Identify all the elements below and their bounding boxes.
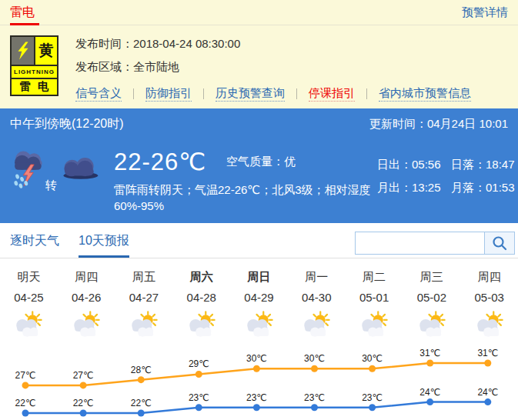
day-name: 周六 <box>172 270 230 284</box>
chart-point-label: 23℃ <box>189 392 209 403</box>
tab-lightning-alert[interactable]: 雷电 <box>10 5 35 21</box>
search-box <box>355 232 515 255</box>
chart-point-label: 31℃ <box>477 348 498 358</box>
partly-cloudy-icon <box>473 311 506 338</box>
chart-point-label: 23℃ <box>304 392 325 403</box>
day-name: 周二 <box>346 270 403 284</box>
chart-point <box>311 404 318 411</box>
partly-cloudy-icon <box>12 311 45 338</box>
forecast-day-column[interactable]: 周一 04-30 <box>288 270 346 342</box>
day-date: 04-30 <box>288 291 346 304</box>
chart-point <box>196 404 202 411</box>
chart-point <box>369 404 376 411</box>
partly-cloudy-icon <box>185 311 218 338</box>
chart-point <box>80 410 87 417</box>
update-time: 更新时间：04月24日 10:01 <box>369 117 508 132</box>
day-date: 04-28 <box>172 291 230 304</box>
search-input[interactable] <box>355 232 485 255</box>
alert-links: 信号含义防御指引历史预警查询停课指引省内城市预警信息 <box>75 86 471 102</box>
temperature-block: 22-26℃ 空气质量：优 雷阵雨转阴天；气温22-26℃；北风3级；相对湿度6… <box>114 148 377 214</box>
moonset-time: 月落：01:53 <box>451 181 515 195</box>
alert-link-2[interactable]: 历史预警查询 <box>216 86 285 102</box>
chart-point <box>196 371 202 378</box>
sunset-label: 日落： <box>451 158 486 171</box>
moonrise-value: 13:25 <box>412 181 441 194</box>
alert-link-0[interactable]: 信号含义 <box>75 86 122 102</box>
day-name: 周五 <box>115 270 173 284</box>
chart-point-label: 29℃ <box>189 358 209 369</box>
link-separator <box>133 88 134 99</box>
air-quality-label: 空气质量： <box>226 155 284 168</box>
link-separator <box>203 88 204 99</box>
publish-time-value: 2018-04-24 08:30:00 <box>133 37 240 50</box>
link-separator <box>296 88 297 99</box>
sunrise-time: 日出：05:56 <box>377 158 451 172</box>
alert-link-4[interactable]: 省内城市预警信息 <box>379 86 471 102</box>
chart-point-label: 24℃ <box>419 387 440 398</box>
forecast-tabbar: 逐时天气 10天预报 <box>0 223 518 258</box>
chart-point <box>138 410 145 417</box>
day-date: 04-26 <box>58 291 115 304</box>
forecast-day-column[interactable]: 周四 04-26 <box>58 270 115 342</box>
search-button[interactable] <box>485 232 515 255</box>
forecast-day-column[interactable]: 明天 04-25 <box>0 270 58 342</box>
forecast-section: 逐时天气 10天预报 明天 04-25 周四 04-26 周五 04-27 周六… <box>0 223 518 420</box>
forecast-day-column[interactable]: 周六 04-28 <box>172 270 230 342</box>
link-separator <box>366 88 367 99</box>
day-date: 04-29 <box>230 291 288 304</box>
air-quality: 空气质量：优 <box>226 155 296 169</box>
partly-cloudy-icon <box>128 311 160 338</box>
day-date: 05-01 <box>346 291 403 304</box>
sun-moon-times: 日出：05:56 日落：18:47 月出：13:25 月落：01:53 <box>377 148 516 214</box>
forecast-day-column[interactable]: 周二 05-01 <box>346 270 403 342</box>
lightning-alert-section: 雷电 预警详情 黄 LIGHTNING 雷电 发布时间：2018-04-24 0… <box>0 0 518 108</box>
chart-point-label: 22℃ <box>73 398 94 408</box>
forecast-day-column[interactable]: 周五 04-27 <box>115 270 173 342</box>
forecast-day-column[interactable]: 周四 05-03 <box>460 270 518 342</box>
publish-area-value: 全市陆地 <box>133 60 179 73</box>
chart-point <box>253 404 260 411</box>
chart-point-label: 24℃ <box>477 387 498 398</box>
lightning-warning-badge: 黄 LIGHTNING 雷电 <box>10 35 58 96</box>
magnifier-icon <box>491 235 508 252</box>
alert-link-3[interactable]: 停课指引 <box>309 86 355 102</box>
chart-point <box>253 365 260 372</box>
chart-point <box>22 410 29 417</box>
chart-point-label: 30℃ <box>304 353 325 364</box>
update-time-value: 04月24日 10:01 <box>427 117 508 130</box>
thunderstorm-icon <box>10 146 50 192</box>
sunrise-value: 05:56 <box>412 158 441 171</box>
transition-label: 转 <box>45 178 57 193</box>
partly-cloudy-icon <box>70 311 102 338</box>
badge-type: 雷电 <box>12 79 57 95</box>
weather-description: 雷阵雨转阴天；气温22-26℃；北风3级；相对湿度60%-95% <box>114 182 376 214</box>
chart-point-label: 22℃ <box>15 398 36 408</box>
partly-cloudy-icon <box>358 311 390 338</box>
day-date: 04-25 <box>0 291 58 304</box>
sunset-time: 日落：18:47 <box>451 158 515 172</box>
tab-hourly-weather[interactable]: 逐时天气 <box>10 233 59 258</box>
day-name: 周三 <box>403 270 460 284</box>
chart-point <box>484 398 491 405</box>
moonset-value: 01:53 <box>486 181 515 194</box>
chart-point-label: 30℃ <box>362 353 383 364</box>
alert-link-1[interactable]: 防御指引 <box>145 86 192 102</box>
chart-point-label: 27℃ <box>15 370 36 381</box>
badge-level: 黄 <box>35 37 57 65</box>
chart-point <box>369 365 376 372</box>
alert-detail-link[interactable]: 预警详情 <box>462 5 508 20</box>
overcast-cloud-icon <box>59 155 99 180</box>
chart-point <box>80 382 87 388</box>
day-name: 周四 <box>58 270 115 284</box>
forecast-day-column[interactable]: 周三 05-02 <box>403 270 460 342</box>
alert-tabbar: 雷电 预警详情 <box>0 0 518 25</box>
chart-point-label: 27℃ <box>73 370 94 381</box>
day-date: 05-03 <box>460 291 518 304</box>
day-name: 周四 <box>460 270 518 284</box>
chart-point-label: 30℃ <box>246 353 267 364</box>
forecast-day-column[interactable]: 周日 04-29 <box>230 270 288 342</box>
badge-lightning-icon <box>12 37 34 65</box>
chart-point <box>484 360 491 367</box>
badge-type-en: LIGHTNING <box>12 66 57 78</box>
tab-ten-day-forecast[interactable]: 10天预报 <box>79 233 129 258</box>
